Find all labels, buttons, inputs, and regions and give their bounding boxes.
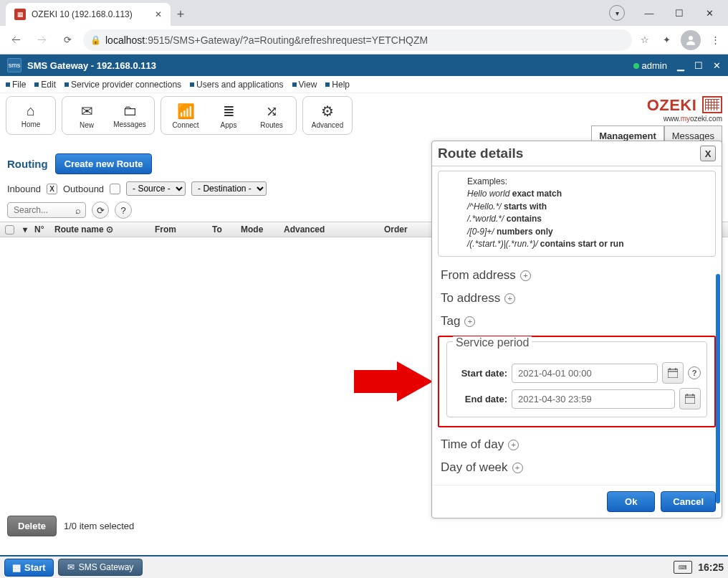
col-advanced[interactable]: Advanced: [279, 224, 380, 234]
lock-icon: 🔒: [90, 35, 101, 45]
taskbar: ▦Start ✉SMS Gateway ⌨ 16:25: [0, 555, 728, 578]
col-order[interactable]: Order: [380, 224, 430, 234]
app-icon: sms: [7, 58, 21, 72]
service-period-legend: Service period: [453, 336, 532, 349]
routes-icon: ⤮: [266, 103, 278, 120]
panel-title: Route details: [438, 146, 523, 161]
service-period-fieldset: Service period Start date: ? End date:: [446, 341, 707, 417]
menu-users-apps[interactable]: Users and applications: [190, 80, 283, 90]
logo: OZEKI www.myozeki.com Management Message…: [591, 96, 722, 146]
taskbar-app-button[interactable]: ✉SMS Gateway: [58, 559, 143, 576]
profile-avatar-icon[interactable]: [681, 30, 701, 50]
toolbar-connect[interactable]: 📶Connect: [164, 100, 207, 131]
folder-icon: 🗀: [123, 103, 137, 119]
section-day-of-week[interactable]: Day of week+: [438, 456, 716, 479]
source-select[interactable]: - Source -: [126, 181, 186, 196]
toolbar-new[interactable]: ✉New: [65, 100, 108, 131]
panel-close-button[interactable]: X: [700, 146, 716, 161]
end-date-input[interactable]: [512, 389, 675, 409]
keyboard-icon[interactable]: ⌨: [674, 561, 692, 574]
select-all-checkbox[interactable]: [5, 225, 14, 234]
new-tab-button[interactable]: +: [171, 4, 191, 24]
window-close-icon[interactable]: ✕: [695, 3, 724, 23]
browser-reload-button[interactable]: ⟳: [57, 30, 77, 50]
database-icon: ≣: [223, 103, 235, 120]
calendar-button[interactable]: [679, 388, 701, 409]
clock: 16:25: [698, 562, 724, 573]
examples-box: Examples: Hello world exact match /^Hell…: [438, 171, 716, 257]
user-status[interactable]: admin: [633, 60, 667, 71]
delete-button[interactable]: Delete: [7, 516, 57, 536]
search-box[interactable]: ⌕: [7, 202, 86, 218]
antenna-icon: 📶: [177, 103, 195, 120]
calendar-button[interactable]: [662, 362, 684, 384]
inbound-checkbox[interactable]: X: [47, 184, 57, 194]
app-close-icon[interactable]: ✕: [713, 60, 721, 71]
logo-grid-icon: [702, 96, 722, 113]
start-date-label: Start date:: [453, 368, 507, 379]
menu-help[interactable]: Help: [325, 80, 350, 90]
gear-icon: ⚙: [321, 103, 334, 120]
menu-view[interactable]: View: [292, 80, 317, 90]
col-no[interactable]: N°: [30, 224, 50, 234]
toolbar-routes[interactable]: ⤮Routes: [250, 100, 293, 131]
menu-edit[interactable]: Edit: [34, 80, 56, 90]
col-mode[interactable]: Mode: [236, 224, 279, 234]
browser-tab[interactable]: ▦ OZEKI 10 (192.168.0.113) ✕: [6, 3, 171, 26]
scrollbar[interactable]: [716, 274, 720, 503]
search-icon[interactable]: ⌕: [75, 205, 81, 216]
destination-select[interactable]: - Destination -: [191, 181, 267, 196]
cancel-button[interactable]: Cancel: [661, 491, 716, 512]
browser-back-button[interactable]: 🡠: [6, 30, 26, 50]
svg-rect-2: [668, 369, 678, 378]
app-title: SMS Gateway - 192.168.0.113: [27, 60, 156, 71]
browser-menu-icon[interactable]: ⋮: [708, 33, 722, 47]
menu-file[interactable]: File: [6, 80, 26, 90]
plus-icon: +: [512, 463, 523, 473]
section-tag[interactable]: Tag+: [438, 310, 716, 333]
ok-button[interactable]: Ok: [607, 491, 655, 512]
col-name[interactable]: Route name⊙: [50, 224, 150, 234]
plus-icon: +: [504, 293, 515, 304]
sort-arrow-icon[interactable]: ▾: [19, 224, 30, 234]
start-button[interactable]: ▦Start: [4, 559, 54, 577]
callout-arrow-icon: [354, 361, 433, 402]
help-button[interactable]: ?: [115, 202, 132, 219]
toolbar-advanced[interactable]: ⚙Advanced: [306, 100, 349, 131]
account-dropdown-icon[interactable]: ▾: [609, 5, 625, 21]
app-title-bar: sms SMS Gateway - 192.168.0.113 admin ▁ …: [0, 55, 728, 76]
extensions-icon[interactable]: ✦: [659, 33, 674, 47]
section-to-address[interactable]: To address+: [438, 287, 716, 310]
app-maximize-icon[interactable]: ☐: [694, 60, 703, 71]
app-minimize-icon[interactable]: ▁: [677, 60, 684, 71]
outbound-label: Outbound: [63, 184, 104, 194]
svg-rect-6: [685, 395, 695, 404]
route-details-panel: Route details X Examples: Hello world ex…: [431, 141, 722, 518]
col-to[interactable]: To: [208, 224, 236, 234]
inbound-label: Inbound: [7, 184, 41, 194]
tab-favicon: ▦: [14, 9, 26, 20]
start-date-input[interactable]: [512, 364, 658, 383]
window-minimize-icon[interactable]: —: [635, 3, 664, 23]
menu-service-providers[interactable]: Service provider connections: [64, 80, 181, 90]
toolbar-home[interactable]: ⌂Home: [9, 100, 52, 131]
service-period-highlight: Service period Start date: ? End date:: [438, 336, 716, 427]
window-maximize-icon[interactable]: ☐: [665, 3, 694, 23]
svg-marker-1: [354, 361, 433, 402]
star-icon[interactable]: ☆: [638, 33, 652, 47]
create-route-button[interactable]: Create new Route: [55, 153, 153, 174]
home-icon: ⌂: [27, 103, 35, 119]
svg-point-0: [689, 36, 693, 40]
help-icon[interactable]: ?: [688, 366, 701, 379]
section-from-address[interactable]: From address+: [438, 264, 716, 287]
col-from[interactable]: From: [150, 224, 208, 234]
section-time-of-day[interactable]: Time of day+: [438, 433, 716, 456]
outbound-checkbox[interactable]: [110, 184, 120, 194]
toolbar-apps[interactable]: ≣Apps: [207, 100, 250, 131]
address-bar[interactable]: 🔒 localhost:9515/SMS+Gateway/?a=Routing&…: [83, 29, 632, 51]
search-input[interactable]: [12, 204, 62, 216]
refresh-button[interactable]: ⟳: [92, 202, 109, 219]
sms-icon: ✉: [67, 562, 75, 572]
tab-close-icon[interactable]: ✕: [155, 9, 162, 19]
toolbar-messages[interactable]: 🗀Messages: [108, 100, 151, 131]
